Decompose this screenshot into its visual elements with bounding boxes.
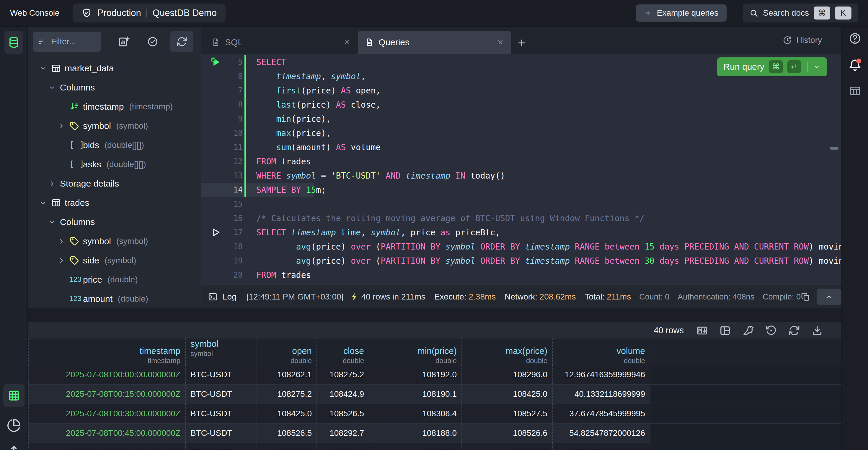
code-line-20[interactable]: 20FROM trades (202, 268, 841, 282)
table-row[interactable]: 2025-07-08T00:30:00.000000ZBTC-USDT10842… (28, 404, 841, 424)
chevron-right-icon[interactable] (58, 257, 69, 264)
cell-timestamp: 2025-07-08T00:00:00.000000Z (28, 365, 186, 384)
code-line-11[interactable]: 11 sum(amount) AS volume (202, 140, 841, 154)
chevron-right-icon[interactable] (48, 180, 60, 188)
cell-minprice: 108127.1 (369, 443, 462, 450)
tab-label: SQL (225, 37, 243, 47)
import-button[interactable] (7, 444, 21, 450)
code-line-14[interactable]: 14SAMPLE BY 15m; (202, 183, 841, 197)
tree-item-columns[interactable]: Columns (28, 78, 201, 97)
chevron-down-icon[interactable] (48, 218, 60, 226)
code-line-15[interactable]: 15 (202, 197, 841, 211)
tree-item-label: symbol (83, 121, 111, 131)
chevron-right-icon[interactable] (58, 237, 69, 245)
instance-badge[interactable]: Production QuestDB Demo (73, 4, 225, 23)
filter-input[interactable] (51, 37, 96, 47)
tree-item-type: (symbol) (104, 256, 136, 265)
column-header-timestamp[interactable]: timestamptimestamp (28, 339, 186, 365)
tab-sql[interactable]: SQL (204, 31, 358, 54)
collapse-log-button[interactable] (817, 288, 841, 305)
table-row[interactable]: 2025-07-08T00:00:00.000000ZBTC-USDT10826… (28, 365, 841, 385)
code-line-17[interactable]: 17SELECT timestamp time, symbol, price a… (202, 225, 841, 240)
filter-box[interactable] (33, 32, 101, 52)
code-line-7[interactable]: 7 first(price) AS open, (202, 83, 841, 97)
column-header-maxprice[interactable]: max(price)double (462, 339, 553, 365)
code-line-18[interactable]: 18 avg(price) over (PARTITION BY symbol … (202, 240, 841, 254)
tree-item-bids[interactable]: [ ]bids(double[][]) (28, 135, 201, 154)
md-down-icon[interactable] (696, 325, 708, 336)
result-panel-icon[interactable] (849, 85, 861, 97)
code-text: max(price), (256, 128, 331, 138)
log-result: 40 rows in 211ms (361, 292, 425, 302)
table-row[interactable]: 2025-07-08T00:15:00.000000ZBTC-USDT10827… (28, 385, 841, 404)
refresh-schema-icon[interactable] (170, 31, 193, 52)
table-row[interactable]: 2025-07-08T00:45:00.000000ZBTC-USDT10852… (28, 424, 841, 443)
editor-scrollbar[interactable] (830, 147, 838, 149)
tree-item-trades[interactable]: trades (28, 193, 201, 212)
add-metrics-icon[interactable] (118, 35, 130, 48)
code-line-12[interactable]: 12FROM trades (202, 154, 841, 169)
tree-item-symbol[interactable]: symbol(symbol) (28, 116, 201, 135)
tree-item-asks[interactable]: [ ]asks(double[][]) (28, 154, 201, 174)
search-docs-button[interactable]: Search docs ⌘ K (743, 4, 858, 23)
code-text: timestamp, symbol, (256, 72, 366, 81)
column-header-volume[interactable]: volumedouble (553, 339, 650, 365)
tree-item-market_data[interactable]: market_data (28, 59, 201, 78)
tree-item-symbol[interactable]: symbol(symbol) (28, 231, 201, 251)
editor-pane: SQLQueriesHistory 5SELECT6 timestamp, sy… (202, 27, 841, 308)
column-header-minprice[interactable]: min(price)double (369, 339, 462, 365)
close-tab-icon[interactable] (497, 38, 504, 46)
cell-open: 108262.1 (257, 365, 317, 384)
tree-item-price[interactable]: 123price(double) (28, 270, 201, 289)
chart-view-button[interactable] (7, 418, 21, 432)
close-tab-icon[interactable] (343, 38, 351, 46)
chevron-right-icon[interactable] (58, 122, 69, 130)
cell-volume: 40.1332118699999 (553, 385, 650, 403)
sql-editor[interactable]: 5SELECT6 timestamp, symbol,7 first(price… (202, 54, 841, 285)
check-circle-icon[interactable] (147, 36, 159, 48)
column-header-close[interactable]: closedouble (317, 339, 369, 365)
run-query-button[interactable]: Run query ⌘ ↵ (717, 57, 827, 76)
code-line-9[interactable]: 9 min(price), (202, 112, 841, 126)
download-icon[interactable] (811, 325, 823, 336)
code-line-13[interactable]: 13WHERE symbol = 'BTC-USDT' AND timestam… (202, 169, 841, 183)
run-line-icon[interactable] (210, 226, 224, 238)
chevron-down-icon[interactable] (39, 64, 51, 72)
cell-close: 108164.1 (317, 443, 369, 450)
tab-queries[interactable]: Queries (358, 31, 512, 54)
undo-dot-icon[interactable] (765, 325, 777, 336)
grid-view-button[interactable] (3, 384, 25, 407)
copy-log-icon[interactable] (801, 292, 810, 302)
help-icon[interactable] (848, 32, 862, 45)
example-queries-button[interactable]: Example queries (636, 4, 727, 22)
tree-item-storage-details[interactable]: Storage details (28, 174, 201, 193)
tree-item-timestamp[interactable]: timestamp(timestamp) (28, 97, 201, 116)
tree-item-amount[interactable]: 123amount(double) (28, 289, 201, 308)
cell-maxprice: 108526.6 (462, 424, 553, 443)
code-line-10[interactable]: 10 max(price), (202, 126, 841, 140)
cols-layout-icon[interactable] (719, 325, 731, 336)
tables-panel-button[interactable] (4, 31, 23, 54)
notifications-bell-icon[interactable] (848, 58, 862, 72)
tree-item-side[interactable]: side(symbol) (28, 251, 201, 270)
cell-minprice: 108192.0 (369, 365, 462, 384)
chevron-down-icon[interactable] (39, 199, 51, 207)
code-line-16[interactable]: 16/* Calculates the rolling moving avera… (202, 211, 841, 225)
chevron-down-icon[interactable] (48, 84, 60, 91)
tag-icon (69, 255, 83, 265)
code-line-19[interactable]: 19 avg(price) over (PARTITION BY symbol … (202, 254, 841, 268)
refresh-icon[interactable] (788, 325, 800, 336)
run-options-chevron-icon[interactable] (813, 63, 820, 71)
cell-timestamp: 2025-07-08T00:30:00.000000Z (28, 404, 186, 423)
code-line-8[interactable]: 8 last(price) AS close, (202, 97, 841, 112)
new-tab-button[interactable] (517, 38, 527, 48)
tree-item-columns[interactable]: Columns (28, 212, 201, 231)
num123-icon: 123 (69, 276, 83, 284)
column-header-open[interactable]: opendouble (257, 339, 317, 365)
history-button[interactable]: History (783, 35, 822, 45)
bird-icon[interactable] (742, 325, 754, 336)
table-row[interactable]: 2025-07-08T01:00:00.000000ZBTC-USDT10829… (28, 443, 841, 450)
cell-minprice: 108188.0 (369, 424, 462, 443)
column-header-symbol[interactable]: symbolsymbol (186, 339, 257, 365)
run-success-icon[interactable] (210, 56, 224, 68)
